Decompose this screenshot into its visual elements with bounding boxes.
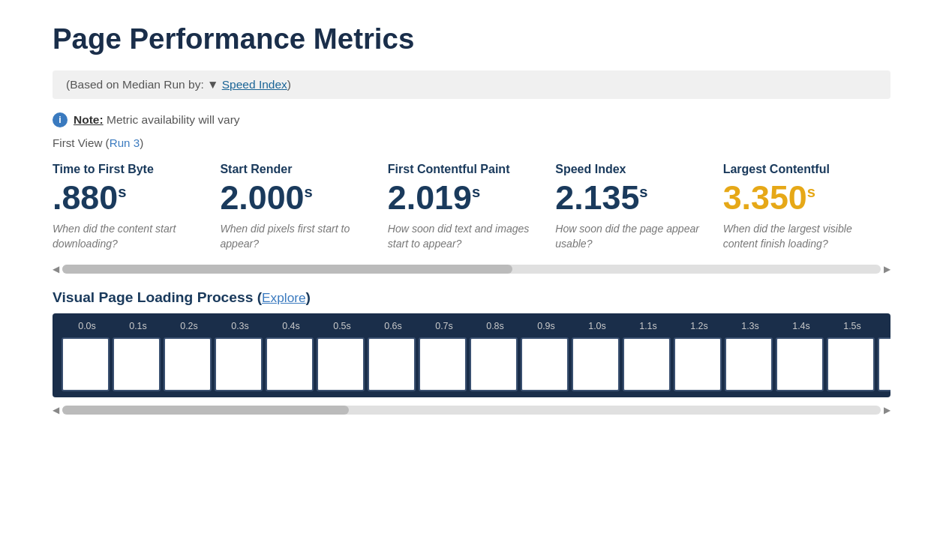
info-icon: i bbox=[53, 112, 68, 127]
metrics-row: Time to First Byte .880s When did the co… bbox=[53, 163, 890, 259]
page-title: Page Performance Metrics bbox=[53, 22, 890, 55]
timeline-frame-14 bbox=[776, 337, 824, 391]
scroll-thumb bbox=[62, 265, 512, 274]
timeline-label-10: 1.0s bbox=[572, 321, 623, 331]
bottom-scrollbar[interactable]: ◀ ▶ bbox=[53, 405, 890, 415]
timeline-frame-16 bbox=[878, 337, 890, 391]
timeline-label-3: 0.3s bbox=[215, 321, 266, 331]
timeline-frame-12 bbox=[674, 337, 722, 391]
timeline-frame-2 bbox=[164, 337, 212, 391]
timeline-frame-13 bbox=[725, 337, 773, 391]
timeline-frame-1 bbox=[113, 337, 161, 391]
metric-col-2: First Contentful Paint 2.019s How soon d… bbox=[388, 163, 555, 259]
timeline-frame-5 bbox=[317, 337, 365, 391]
metric-unit-2: s bbox=[472, 184, 480, 200]
median-suffix: ) bbox=[287, 78, 291, 91]
timeline-label-6: 0.6s bbox=[368, 321, 419, 331]
timeline-frame-8 bbox=[470, 337, 518, 391]
median-text: (Based on Median Run by: bbox=[66, 78, 207, 91]
timeline-label-16: 1.6s bbox=[878, 321, 890, 331]
timeline-label-9: 0.9s bbox=[521, 321, 572, 331]
metric-title-3: Speed Index bbox=[555, 163, 707, 176]
speed-index-link[interactable]: Speed Index bbox=[222, 78, 287, 91]
metric-unit-4: s bbox=[807, 184, 815, 200]
metric-desc-2: How soon did text and images start to ap… bbox=[388, 222, 540, 251]
bottom-scroll-right-arrow[interactable]: ▶ bbox=[884, 405, 890, 415]
timeline-container: 0.0s0.1s0.2s0.3s0.4s0.5s0.6s0.7s0.8s0.9s… bbox=[53, 313, 890, 397]
bottom-scroll-left-arrow[interactable]: ◀ bbox=[53, 405, 59, 415]
timeline-label-4: 0.4s bbox=[266, 321, 317, 331]
timeline-frame-4 bbox=[266, 337, 314, 391]
timeline-label-5: 0.5s bbox=[317, 321, 368, 331]
metric-unit-0: s bbox=[118, 184, 126, 200]
bottom-scroll-track[interactable] bbox=[62, 406, 881, 415]
metrics-scroll-container[interactable]: Time to First Byte .880s When did the co… bbox=[53, 163, 890, 259]
metric-value-3: 2.135s bbox=[555, 179, 707, 216]
note-box: i Note: Metric availability will vary bbox=[53, 112, 890, 127]
scroll-right-arrow[interactable]: ▶ bbox=[884, 264, 890, 274]
first-view-suffix: ) bbox=[140, 136, 143, 149]
metric-value-4: 3.350s bbox=[723, 179, 875, 216]
metric-value-2: 2.019s bbox=[388, 179, 540, 216]
first-view-label: First View (Run 3) bbox=[53, 136, 890, 149]
median-bar: (Based on Median Run by: ▼ Speed Index) bbox=[53, 70, 890, 99]
first-view-text: First View ( bbox=[53, 136, 110, 149]
metric-desc-3: How soon did the page appear usable? bbox=[555, 222, 707, 251]
timeline-frame-3 bbox=[215, 337, 263, 391]
metric-col-3: Speed Index 2.135s How soon did the page… bbox=[555, 163, 722, 259]
timeline-frame-7 bbox=[419, 337, 467, 391]
metric-value-0: .880s bbox=[53, 179, 205, 216]
metric-desc-1: When did pixels first start to appear? bbox=[220, 222, 372, 251]
bottom-scroll-thumb bbox=[62, 406, 349, 415]
main-container: Page Performance Metrics (Based on Media… bbox=[0, 0, 943, 430]
metric-desc-4: When did the largest visible content fin… bbox=[723, 222, 875, 251]
top-scrollbar[interactable]: ◀ ▶ bbox=[53, 264, 890, 274]
scroll-track[interactable] bbox=[62, 265, 881, 274]
note-content: Metric availability will vary bbox=[107, 113, 240, 126]
metric-col-0: Time to First Byte .880s When did the co… bbox=[53, 163, 220, 259]
timeline-frame-10 bbox=[572, 337, 620, 391]
metric-desc-0: When did the content start downloading? bbox=[53, 222, 205, 251]
metric-value-1: 2.000s bbox=[220, 179, 372, 216]
timeline-label-15: 1.5s bbox=[827, 321, 878, 331]
note-text: Note: Metric availability will vary bbox=[74, 113, 240, 127]
explore-link[interactable]: Explore bbox=[262, 290, 306, 305]
timeline-frame-0 bbox=[62, 337, 110, 391]
timeline-labels: 0.0s0.1s0.2s0.3s0.4s0.5s0.6s0.7s0.8s0.9s… bbox=[62, 321, 881, 331]
metric-unit-3: s bbox=[639, 184, 647, 200]
timeline-frames bbox=[62, 337, 881, 391]
metric-title-0: Time to First Byte bbox=[53, 163, 205, 176]
timeline-label-1: 0.1s bbox=[113, 321, 164, 331]
metric-title-1: Start Render bbox=[220, 163, 372, 176]
metric-title-2: First Contentful Paint bbox=[388, 163, 540, 176]
median-arrow: ▼ bbox=[207, 78, 218, 91]
timeline-frame-11 bbox=[623, 337, 671, 391]
timeline-frame-15 bbox=[827, 337, 875, 391]
timeline-label-12: 1.2s bbox=[674, 321, 725, 331]
metric-title-4: Largest Contentful bbox=[723, 163, 875, 176]
run-link[interactable]: Run 3 bbox=[110, 136, 140, 149]
scroll-left-arrow[interactable]: ◀ bbox=[53, 264, 59, 274]
timeline-label-13: 1.3s bbox=[725, 321, 776, 331]
visual-loading-title: Visual Page Loading Process (Explore) bbox=[53, 289, 890, 306]
timeline-label-0: 0.0s bbox=[62, 321, 113, 331]
metric-unit-1: s bbox=[305, 184, 313, 200]
timeline-label-7: 0.7s bbox=[419, 321, 470, 331]
timeline-label-14: 1.4s bbox=[776, 321, 827, 331]
metric-col-1: Start Render 2.000s When did pixels firs… bbox=[220, 163, 387, 259]
timeline-label-8: 0.8s bbox=[470, 321, 521, 331]
timeline-frame-6 bbox=[368, 337, 416, 391]
metric-col-4: Largest Contentful 3.350s When did the l… bbox=[723, 163, 890, 259]
timeline-frame-9 bbox=[521, 337, 569, 391]
note-label: Note: bbox=[74, 113, 104, 126]
timeline-label-11: 1.1s bbox=[623, 321, 674, 331]
timeline-label-2: 0.2s bbox=[164, 321, 215, 331]
